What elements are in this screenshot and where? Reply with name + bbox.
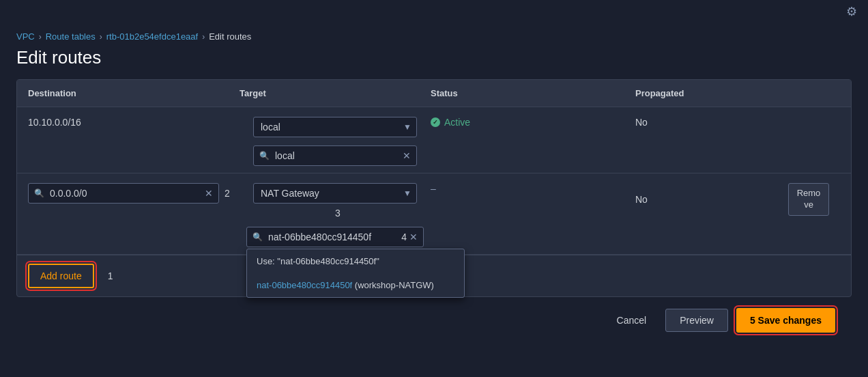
breadcrumb-sep2: › (100, 32, 102, 42)
row2-propagated-actions: No Remove (635, 180, 840, 216)
breadcrumb-sep3: › (202, 32, 205, 42)
page-title: Edit routes (0, 44, 868, 79)
row1-destination: 10.10.0.0/16 (28, 114, 240, 128)
row2-destination-input-wrapper: 🔍 ✕ (28, 183, 219, 204)
dropdown-nat-link: nat-06bbe480cc914450f (257, 280, 352, 290)
dropdown-option-nat[interactable]: nat-06bbe480cc914450f (workshop-NATGW) (247, 273, 464, 297)
row2-target-select[interactable]: NAT Gateway (253, 183, 417, 204)
row2-nat-clear-icon[interactable]: ✕ (409, 232, 418, 242)
header-status: Status (431, 88, 635, 98)
nat-dropdown-popup: Use: "nat-06bbe480cc914450f" nat-06bbe48… (246, 249, 465, 298)
table-row: 10.10.0.0/16 local ▼ 🔍 ✕ Active (17, 107, 851, 173)
number-badge-4: 4 (401, 232, 407, 242)
save-changes-label: Save changes (758, 315, 822, 326)
row2-destination-input[interactable] (47, 186, 202, 200)
add-route-button[interactable]: Add route (28, 264, 94, 288)
remove-button[interactable]: Remove (788, 183, 829, 216)
number-badge-1: 1 (108, 270, 113, 281)
top-bar: ⚙ (0, 0, 868, 23)
row2-search-icon: 🔍 (34, 188, 44, 198)
breadcrumb-vpc[interactable]: VPC (16, 31, 35, 42)
breadcrumb-route-tables[interactable]: Route tables (46, 31, 96, 42)
number-badge-3: 3 (335, 208, 341, 219)
header-target: Target (240, 88, 431, 98)
row2-nat-search-input[interactable] (265, 230, 396, 244)
footer-actions: Cancel Preview 5 Save changes (16, 297, 852, 344)
dropdown-nat-suffix: (workshop-NATGW) (352, 280, 434, 290)
dropdown-option-use[interactable]: Use: "nat-06bbe480cc914450f" (247, 249, 464, 273)
row1-search-input-wrapper: 🔍 ✕ (253, 145, 417, 166)
row1-status: Active (431, 114, 635, 128)
row1-clear-icon[interactable]: ✕ (403, 150, 411, 161)
status-active-dot (431, 117, 440, 127)
row2-destination-cell: 🔍 ✕ 2 (28, 180, 240, 204)
breadcrumb: VPC › Route tables › rtb-01b2e54efdce1ea… (0, 23, 868, 44)
preview-button[interactable]: Preview (665, 309, 728, 332)
table-header: Destination Target Status Propagated (17, 80, 851, 107)
row1-target-select[interactable]: local (253, 117, 417, 137)
row2-nat-search-icon: 🔍 (252, 232, 263, 242)
row1-search-icon: 🔍 (259, 151, 270, 160)
breadcrumb-sep1: › (39, 32, 42, 42)
row1-target: local ▼ 🔍 ✕ (240, 114, 431, 166)
row2-status: – (431, 180, 635, 194)
row2-search-input-wrapper: 🔍 4 ✕ (246, 227, 424, 247)
row2-propagated-no: No (635, 194, 648, 205)
settings-icon[interactable]: ⚙ (846, 4, 857, 19)
status-active-label: Active (444, 117, 470, 128)
row1-search-input[interactable] (272, 149, 400, 163)
header-propagated: Propagated (635, 88, 840, 98)
cancel-button[interactable]: Cancel (606, 309, 658, 331)
row1-propagated: No (635, 114, 840, 128)
breadcrumb-current: Edit routes (209, 31, 251, 42)
row2-clear-icon[interactable]: ✕ (205, 188, 213, 199)
number-badge-5: 5 (750, 315, 755, 326)
routes-table: Destination Target Status Propagated 10.… (16, 79, 852, 297)
number-badge-2: 2 (225, 188, 230, 199)
status-active: Active (431, 117, 470, 128)
row2-target-cell: NAT Gateway ▼ 3 🔍 4 ✕ Use: "nat-06bb (240, 180, 431, 247)
nat-search-wrapper: 🔍 4 ✕ Use: "nat-06bbe480cc914450f" nat-0… (246, 223, 424, 247)
save-changes-button[interactable]: 5 Save changes (736, 308, 835, 333)
breadcrumb-rtb-id[interactable]: rtb-01b2e54efdce1eaaf (106, 31, 198, 42)
header-destination: Destination (28, 88, 240, 98)
table-row-2: 🔍 ✕ 2 NAT Gateway ▼ 3 🔍 (17, 173, 851, 255)
